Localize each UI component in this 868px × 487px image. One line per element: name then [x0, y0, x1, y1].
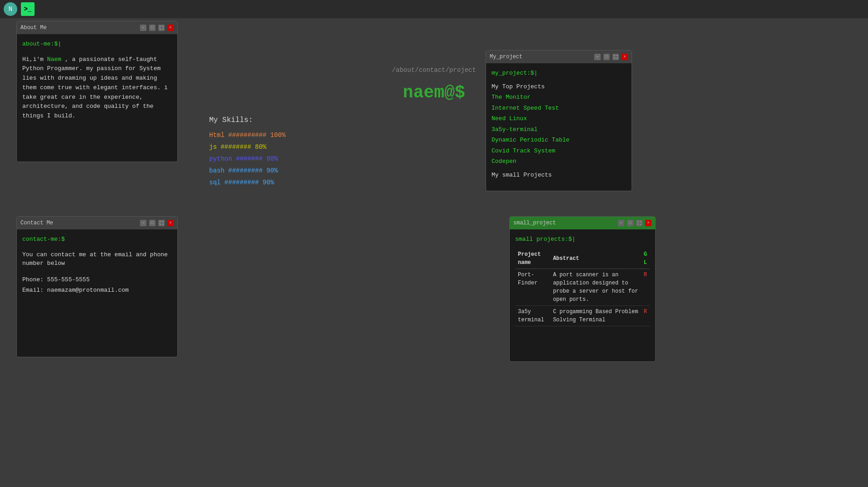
skill-js: js ######## 80% [209, 143, 266, 151]
about-me-title: About Me [20, 25, 47, 31]
small-project-prompt: small projects:$| [515, 236, 576, 243]
project-list-item[interactable]: The Monitor [492, 93, 626, 102]
col-project-name: Project name [515, 249, 550, 269]
maximize-button[interactable]: □ [149, 25, 156, 31]
contact-phone: Phone: 555-555-5555 [22, 275, 172, 284]
my-project-window: My_project − □ ⛶ × my_project:$| My Top … [486, 50, 632, 191]
project-list-item[interactable]: Codepen [492, 157, 626, 166]
project-link-cell[interactable]: R [641, 269, 650, 305]
small-project-title: small_project [513, 220, 556, 226]
project-list-item[interactable]: Need Linux [492, 114, 626, 123]
nav-path: /about/contact/project [392, 66, 476, 74]
about-me-titlebar: About Me − □ ⛶ × [17, 21, 177, 34]
proj-minimize-button[interactable]: − [594, 54, 601, 60]
contact-close-button[interactable]: × [167, 220, 174, 226]
top-projects-heading: My Top Projects [492, 82, 626, 91]
about-me-window: About Me − □ ⛶ × about-me:$| Hi,i'm Naem… [16, 21, 178, 162]
small-fullscreen-button[interactable]: ⛶ [636, 220, 642, 226]
project-list-item[interactable]: Covid Track System [492, 147, 626, 156]
close-button[interactable]: × [167, 25, 174, 31]
small-project-content: small projects:$| Project name Abstract … [510, 229, 655, 361]
proj-close-button[interactable]: × [622, 54, 628, 60]
my-project-content: my_project:$| My Top Projects The Monito… [486, 63, 632, 191]
fullscreen-button[interactable]: ⛶ [158, 25, 165, 31]
taskbar: N >_ [0, 0, 868, 18]
project-list-item[interactable]: Internet Speed Test [492, 104, 626, 113]
project-name-cell: Port-Finder [515, 269, 550, 305]
contact-intro: You can contact me at the email and phon… [22, 250, 172, 268]
table-row: Port-Finder A port scanner is an applica… [515, 269, 650, 305]
project-link-cell[interactable]: R [641, 305, 650, 326]
table-row: 3a5y terminal C progamming Based Problem… [515, 305, 650, 326]
proj-fullscreen-button[interactable]: ⛶ [612, 54, 619, 60]
small-project-controls: − □ ⛶ × [618, 220, 652, 226]
small-minimize-button[interactable]: − [618, 220, 624, 226]
project-list-item[interactable]: Dynamic Periodic Table [492, 136, 626, 145]
skill-sql: sql ######### 90% [209, 179, 274, 186]
skill-bash: bash ######### 90% [209, 167, 278, 174]
my-project-prompt: my_project:$| [492, 70, 537, 76]
contact-me-controls: − □ ⛶ × [140, 220, 174, 226]
contact-email: Email: naemazam@protonmail.com [22, 286, 172, 295]
skills-title: My Skills: [209, 116, 253, 124]
avatar[interactable]: N [4, 2, 17, 16]
contact-me-title: Contact Me [20, 220, 53, 226]
proj-maximize-button[interactable]: □ [603, 54, 610, 60]
small-maximize-button[interactable]: □ [627, 220, 633, 226]
small-project-titlebar: small_project − □ ⛶ × [510, 217, 655, 229]
project-desc-cell: C progamming Based Problem Solving Termi… [550, 305, 641, 326]
project-list-item[interactable]: 3a5y-terminal [492, 125, 626, 134]
minimize-button[interactable]: − [140, 25, 146, 31]
about-me-content: about-me:$| Hi,i'm Naem , a passionate s… [17, 34, 177, 162]
small-project-table: Project name Abstract GL Port-Finder A p… [515, 249, 650, 326]
small-close-button[interactable]: × [645, 220, 652, 226]
about-body: Hi,i'm Naem , a passionate self-taught P… [22, 55, 172, 122]
project-desc-cell: A port scanner is an application designe… [550, 269, 641, 305]
about-prompt: about-me:$| [22, 41, 61, 47]
col-extra: GL [641, 249, 650, 269]
logo: naem@$ [403, 83, 465, 102]
project-list: The MonitorInternet Speed TestNeed Linux… [492, 93, 626, 166]
contact-minimize-button[interactable]: − [140, 220, 146, 226]
terminal-icon[interactable]: >_ [21, 2, 35, 16]
my-project-controls: − □ ⛶ × [594, 54, 628, 60]
col-abstract: Abstract [550, 249, 641, 269]
contact-me-content: contact-me:$ You can contact me at the e… [17, 229, 177, 357]
small-project-window: small_project − □ ⛶ × small projects:$| … [509, 216, 656, 362]
skill-html: Html ########## 100% [209, 132, 286, 139]
contact-prompt: contact-me:$ [22, 236, 65, 243]
skill-python: python ####### 80% [209, 155, 278, 162]
my-project-title: My_project [490, 54, 522, 60]
small-projects-heading: My small Projects [492, 171, 626, 180]
about-me-controls: − □ ⛶ × [140, 25, 174, 31]
project-name-cell: 3a5y terminal [515, 305, 550, 326]
my-project-titlebar: My_project − □ ⛶ × [486, 51, 632, 63]
contact-maximize-button[interactable]: □ [149, 220, 156, 226]
contact-me-window: Contact Me − □ ⛶ × contact-me:$ You can … [16, 216, 178, 357]
contact-me-titlebar: Contact Me − □ ⛶ × [17, 217, 177, 229]
contact-fullscreen-button[interactable]: ⛶ [158, 220, 165, 226]
